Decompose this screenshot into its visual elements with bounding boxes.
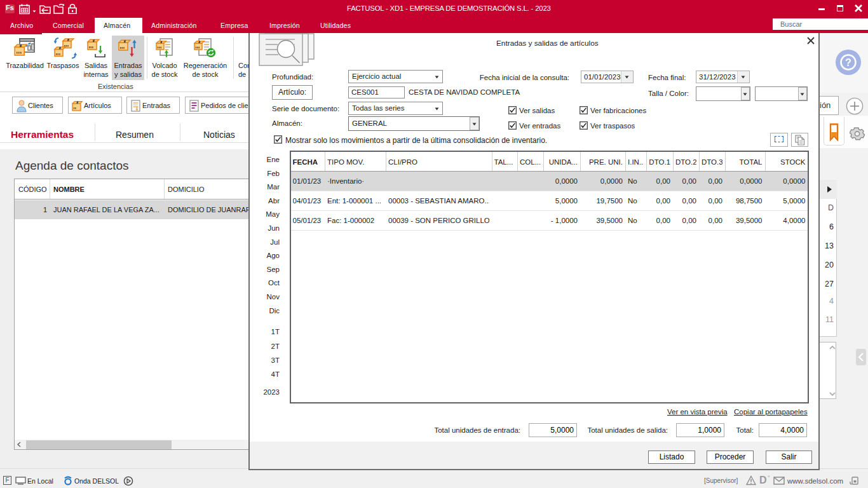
svg-text:?: ?: [845, 57, 851, 68]
